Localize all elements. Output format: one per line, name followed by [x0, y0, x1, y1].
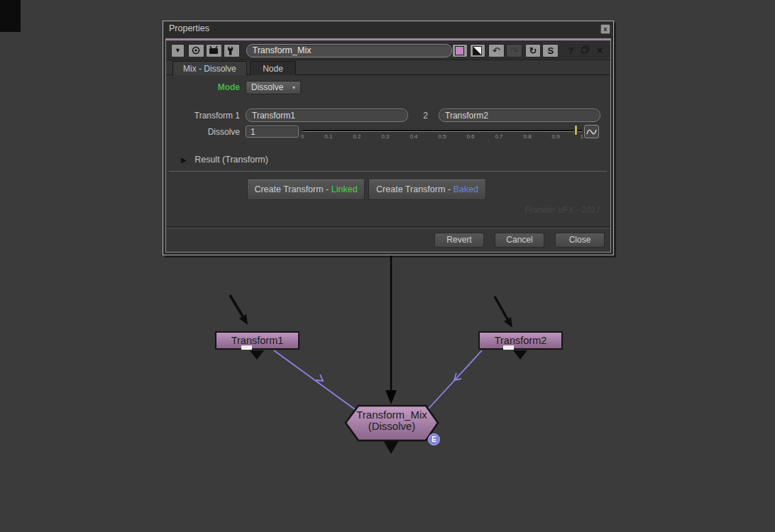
properties-dialog: Properties x ▼ — [163, 21, 614, 255]
transform2-input[interactable] — [439, 109, 600, 122]
float-window-icon — [581, 45, 590, 54]
node-transform2-io-mark — [503, 345, 514, 350]
dissolve-input[interactable] — [246, 126, 299, 138]
tick-label: 1 — [580, 133, 583, 140]
node-color-button[interactable] — [452, 44, 468, 57]
revert-icon: ↻ — [529, 45, 537, 56]
revert-button[interactable]: Revert — [434, 233, 484, 248]
result-group-label: Result (Transform) — [194, 155, 268, 165]
store-icon: S — [548, 45, 554, 56]
expression-link-arrowhead-right-icon — [454, 373, 461, 380]
expression-link-arrowhead-left-icon — [316, 375, 323, 381]
mode-dropdown[interactable]: Dissolve ▾ — [246, 81, 301, 94]
dialog-title-bar[interactable]: Properties x — [163, 21, 613, 36]
gl-color-button[interactable] — [470, 44, 485, 57]
transform2-label: 2 — [348, 111, 428, 121]
postage-stamp-button[interactable] — [206, 44, 222, 57]
panel-accent-line — [166, 39, 610, 40]
undo-button[interactable]: ↶ — [488, 44, 505, 57]
properties-panel: ▼ — [165, 38, 611, 253]
tick-label: 0.9 — [551, 133, 559, 140]
expression-link-transform2 — [428, 350, 482, 409]
panel-corner-block — [0, 0, 21, 32]
node-transform1-io-mark — [241, 345, 252, 350]
dialog-title: Properties — [169, 23, 209, 33]
settings-wrench-button[interactable] — [224, 44, 240, 57]
output-stub-transform1-icon — [250, 350, 264, 360]
close-panel-button[interactable]: × — [594, 45, 605, 56]
node-transform1[interactable]: Transform1 — [215, 331, 299, 350]
mode-label: Mode — [166, 82, 240, 92]
tick-label: 0 — [301, 133, 304, 140]
node-transform1-label: Transform1 — [231, 335, 284, 346]
expression-badge: E — [428, 433, 440, 445]
redo-icon: ↷ — [510, 45, 518, 56]
tab-node[interactable]: Node — [250, 61, 296, 75]
create-baked-prefix: Create Transform - — [376, 184, 453, 194]
color-swatch-icon — [455, 46, 464, 55]
collapse-triangle-icon: ▼ — [175, 47, 181, 54]
create-linked-prefix: Create Transform - — [254, 184, 331, 194]
nuke-workspace: Transform1 Transform2 Transform_Mix (Dis… — [0, 0, 775, 532]
tab-mix-dissolve[interactable]: Mix - Dissolve — [172, 61, 247, 75]
node-transform2-label: Transform2 — [495, 335, 547, 346]
input-arrowhead-transform1-icon — [239, 314, 248, 325]
chevron-down-icon: ▾ — [292, 82, 295, 94]
tick-label: 0.5 — [438, 133, 446, 140]
expander-triangle-icon: ▶ — [181, 156, 187, 164]
output-stub-transform2-icon — [513, 350, 527, 360]
store-preset-button[interactable]: S — [542, 44, 559, 57]
create-linked-suffix: Linked — [331, 184, 358, 194]
curve-wave-icon — [586, 128, 597, 136]
tick-label: 0.4 — [410, 133, 417, 140]
undo-icon: ↶ — [493, 45, 500, 56]
tab-bar: Mix - Dissolve Node — [166, 61, 610, 75]
animation-curve-button[interactable] — [584, 125, 599, 138]
node-transform-mix-label[interactable]: Transform_Mix (Dissolve) — [347, 409, 436, 432]
wrench-icon — [227, 45, 236, 56]
tick-label: 0.6 — [466, 133, 474, 140]
tick-label: 0.3 — [381, 133, 389, 140]
center-icon — [191, 45, 201, 55]
input-arrow-transform2 — [495, 297, 507, 319]
node-transform2[interactable]: Transform2 — [478, 331, 563, 350]
tick-label: 0.2 — [353, 133, 361, 140]
bw-swatch-icon — [473, 46, 482, 55]
result-group-header[interactable]: ▶ Result (Transform) — [181, 155, 268, 165]
collapse-panel-button[interactable]: ▼ — [171, 44, 185, 57]
center-node-button[interactable] — [188, 44, 204, 57]
create-baked-suffix: Baked — [453, 184, 478, 194]
input-arrow-transform1 — [230, 295, 243, 316]
close-icon: × — [597, 45, 603, 56]
tick-label: 0.1 — [324, 133, 332, 140]
create-transform-baked-button[interactable]: Create Transform - Baked — [368, 179, 486, 200]
monitor-icon — [208, 45, 219, 55]
section-divider — [169, 171, 607, 172]
edge-top-arrowhead-icon — [385, 390, 397, 404]
credit-text: Franklin VFX - 2017 — [379, 205, 600, 215]
cancel-button[interactable]: Cancel — [495, 233, 544, 248]
help-icon: ? — [568, 45, 573, 56]
dissolve-slider-track[interactable] — [302, 130, 582, 131]
redo-button[interactable]: ↷ — [506, 44, 522, 57]
footer-divider — [166, 226, 610, 228]
close-button[interactable]: Close — [555, 233, 605, 248]
output-stub-mix-icon — [383, 440, 399, 454]
input-arrowhead-transform2-icon — [504, 317, 512, 328]
node-transform-mix-label-line1: Transform_Mix — [347, 409, 436, 421]
float-panel-button[interactable] — [579, 45, 592, 56]
dialog-close-button[interactable]: x — [600, 24, 610, 34]
node-name-input[interactable] — [246, 44, 452, 57]
transform1-label: Transform 1 — [166, 111, 240, 121]
dissolve-slider-ticks: 0 0.1 0.2 0.3 0.4 0.5 0.6 0.7 0.8 0.9 1 — [301, 133, 583, 140]
help-button[interactable]: ? — [564, 45, 577, 56]
mode-dropdown-value: Dissolve — [251, 82, 283, 92]
revert-knobs-button[interactable]: ↻ — [525, 44, 542, 57]
dissolve-label: Dissolve — [166, 127, 240, 137]
node-toolbar: ▼ — [166, 41, 610, 60]
node-transform-mix-label-line2: (Dissolve) — [347, 421, 436, 432]
tick-label: 0.8 — [523, 133, 531, 140]
tick-label: 0.7 — [495, 133, 502, 140]
create-transform-linked-button[interactable]: Create Transform - Linked — [247, 179, 365, 200]
expression-link-transform1 — [274, 350, 355, 409]
